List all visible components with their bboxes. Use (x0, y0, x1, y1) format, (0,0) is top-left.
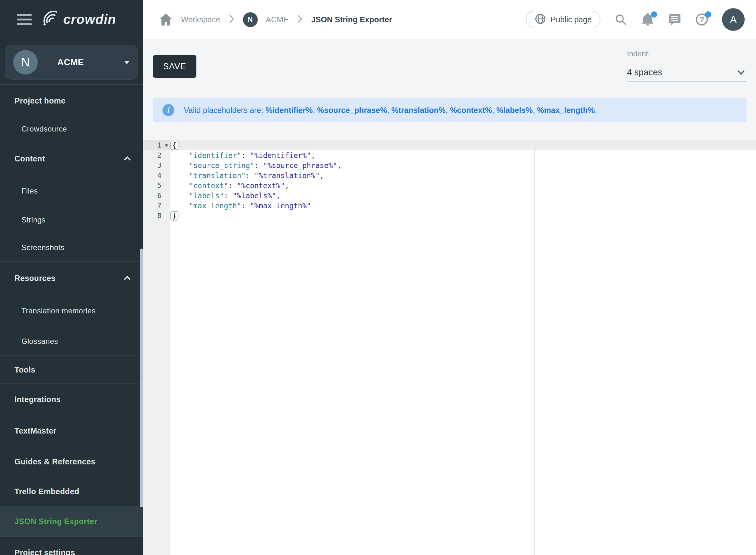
print-margin-line (534, 140, 535, 555)
code-text[interactable]: "identifier": "%identifier%", (170, 151, 756, 161)
project-name: ACME (57, 57, 84, 67)
banner-message: Valid placeholders are: %identifier%, %s… (184, 106, 597, 115)
project-selector[interactable]: N ACME (5, 45, 138, 80)
code-token: "%max_length%" (250, 202, 311, 210)
sidebar-section-content[interactable]: Content (0, 141, 143, 176)
sidebar-item-screenshots[interactable]: Screenshots (0, 234, 143, 261)
code-token (172, 202, 189, 210)
code-line-3[interactable]: 3 "source_string": "%source_phrase%", (143, 161, 756, 171)
messages-button[interactable] (668, 12, 682, 27)
gutter-line-number[interactable]: 3 (143, 161, 170, 171)
sidebar-item-crowdsource[interactable]: Crowdsource (0, 117, 143, 141)
code-line-1[interactable]: 1{ (143, 140, 756, 151)
indent-selected-value: 4 spaces (627, 67, 662, 77)
indent-control: Indent: 4 spaces (627, 49, 747, 82)
home-icon[interactable] (159, 12, 173, 27)
breadcrumb-workspace[interactable]: Workspace (181, 15, 220, 24)
code-token: , (337, 161, 341, 170)
sidebar-item-glossaries[interactable]: Glossaries (0, 327, 143, 355)
banner-text-segment: , (312, 106, 317, 115)
sidebar-item-strings[interactable]: Strings (0, 206, 143, 234)
help-badge (705, 11, 711, 17)
sidebar-item-project-settings[interactable]: Project settings (0, 537, 143, 555)
sidebar-item-trello-embedded[interactable]: Trello Embedded (0, 477, 143, 506)
code-text[interactable]: } (170, 211, 756, 221)
sidebar-item-tools[interactable]: Tools (0, 356, 143, 384)
code-text[interactable]: "translation": "%translation%", (170, 171, 756, 181)
code-token: "labels" (189, 191, 224, 200)
code-token: : (241, 202, 250, 210)
help-button[interactable]: ? (695, 12, 709, 27)
gutter-line-number[interactable]: 1 (143, 140, 170, 151)
banner-text-segment: %identifier% (265, 106, 312, 115)
top-actions: Public page (526, 8, 745, 31)
code-token: "%translation%" (254, 171, 320, 180)
sidebar-menu: Project home Crowdsource Content Files S… (0, 84, 143, 555)
code-editor[interactable]: 1{2 "identifier": "%identifier%",3 "sour… (143, 140, 756, 555)
code-line-2[interactable]: 2 "identifier": "%identifier%", (143, 151, 756, 161)
gutter-line-number[interactable]: 2 (143, 151, 170, 161)
breadcrumb-current-page: JSON String Exporter (311, 15, 392, 24)
chevron-right-icon (228, 14, 235, 25)
gutter-line-number[interactable]: 5 (143, 181, 170, 191)
sidebar-item-label: JSON String Exporter (14, 517, 97, 526)
public-page-button[interactable]: Public page (526, 11, 600, 28)
banner-text-segment: %labels% (496, 106, 533, 115)
sidebar-item-label: Trello Embedded (14, 487, 79, 496)
fold-toggle-icon[interactable] (165, 144, 168, 149)
code-line-6[interactable]: 6 "labels": "%labels%", (143, 191, 756, 201)
crowdin-logo[interactable]: crowdin (41, 9, 116, 30)
banner-text-segment: %context% (450, 106, 492, 115)
code-token: "max_length" (189, 202, 241, 210)
chevron-right-icon (297, 14, 303, 25)
gutter-line-number[interactable]: 4 (143, 171, 170, 181)
save-button[interactable]: SAVE (153, 55, 197, 78)
code-line-8[interactable]: 8} (143, 211, 756, 221)
sidebar-item-json-string-exporter[interactable]: JSON String Exporter (0, 506, 143, 537)
chevron-down-icon (738, 68, 745, 75)
sidebar: crowdin N ACME Project home Crowdsource … (0, 0, 143, 555)
code-token: { (170, 141, 178, 150)
editor-empty-area[interactable] (143, 221, 756, 555)
code-line-5[interactable]: 5 "context": "%context%", (143, 181, 756, 191)
sidebar-item-label: Project settings (14, 548, 75, 555)
code-text[interactable]: { (170, 140, 756, 151)
sidebar-item-files[interactable]: Files (0, 176, 143, 206)
editor-gutter-strip (143, 221, 170, 555)
sidebar-item-label: Project home (14, 96, 66, 105)
sidebar-item-integrations[interactable]: Integrations (0, 384, 143, 415)
code-token: "%context%" (237, 181, 285, 190)
breadcrumb-project-avatar[interactable]: N (243, 12, 258, 27)
breadcrumb-project[interactable]: ACME (266, 15, 289, 24)
code-token: "source_string" (189, 161, 254, 170)
sidebar-item-label: Guides & References (14, 457, 95, 466)
sidebar-item-label: Translation memories (22, 306, 96, 315)
sidebar-section-resources[interactable]: Resources (0, 262, 143, 295)
hamburger-menu-button[interactable] (17, 14, 32, 25)
notification-badge (651, 11, 657, 17)
caret-down-icon (124, 61, 130, 67)
sidebar-item-translation-memories[interactable]: Translation memories (0, 295, 143, 327)
gutter-line-number[interactable]: 8 (143, 211, 170, 221)
search-button[interactable] (614, 12, 628, 27)
code-text[interactable]: "labels": "%labels%", (170, 191, 756, 201)
sidebar-item-project-home[interactable]: Project home (0, 85, 143, 117)
banner-text-segment: , (446, 106, 450, 115)
notifications-button[interactable] (641, 12, 655, 27)
user-avatar[interactable]: A (722, 8, 745, 31)
gutter-line-number[interactable]: 7 (143, 201, 170, 211)
code-text[interactable]: "source_string": "%source_phrase%", (170, 161, 756, 171)
code-line-7[interactable]: 7 "max_length": "%max_length%" (143, 201, 756, 211)
sidebar-item-guides-references[interactable]: Guides & References (0, 446, 143, 477)
gutter-line-number[interactable]: 6 (143, 191, 170, 201)
sidebar-scrollbar-thumb[interactable] (140, 249, 143, 507)
code-text[interactable]: "context": "%context%", (170, 181, 756, 191)
code-line-4[interactable]: 4 "translation": "%translation%", (143, 171, 756, 181)
indent-select[interactable]: 4 spaces (627, 63, 747, 82)
page-content: SAVE Indent: 4 spaces i Valid placeholde… (143, 39, 756, 555)
code-text[interactable]: "max_length": "%max_length%" (170, 201, 756, 211)
sidebar-item-textmaster[interactable]: TextMaster (0, 415, 143, 446)
code-token: : (241, 151, 250, 160)
info-icon: i (162, 104, 174, 116)
banner-text-segment: %translation% (391, 106, 446, 115)
